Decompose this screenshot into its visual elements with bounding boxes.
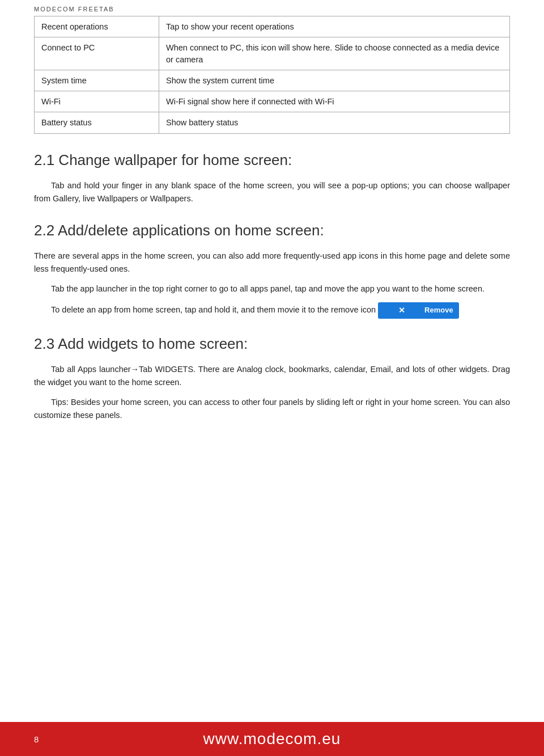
remove-x-icon: ✕ [381, 304, 405, 316]
table-description: Show the system current time [159, 70, 510, 91]
table-description: When connect to PC, this icon will show … [159, 37, 510, 70]
table-term: System time [35, 70, 159, 91]
section-2-3-para-1: Tab all Apps launcher→Tab WIDGETS. There… [34, 363, 510, 389]
section-2-2-para-2: Tab the app launcher in the top right co… [34, 282, 510, 295]
remove-label: Remove [407, 305, 453, 316]
remove-button: ✕ Remove [378, 302, 459, 318]
main-content: Recent operationsTap to show your recent… [0, 16, 544, 722]
section-2-1-heading: 2.1 Change wallpaper for home screen: [34, 151, 510, 170]
table-description: Tap to show your recent operations [159, 16, 510, 37]
table-term: Battery status [35, 112, 159, 133]
table-description: Show battery status [159, 112, 510, 133]
brand-name: MODECOM FREETAB [34, 6, 114, 12]
table-term: Recent operations [35, 16, 159, 37]
section-2-2-para-1: There are several apps in the home scree… [34, 250, 510, 276]
section-2-1-para-1: Tab and hold your finger in any blank sp… [34, 179, 510, 205]
page-footer: 8 www.modecom.eu [0, 722, 544, 756]
info-table: Recent operationsTap to show your recent… [34, 16, 510, 134]
section-2-2-para-3: To delete an app from home screen, tap a… [34, 302, 510, 318]
table-term: Wi-Fi [35, 91, 159, 112]
page-header: MODECOM FREETAB [0, 0, 544, 16]
table-term: Connect to PC [35, 37, 159, 70]
section-2-2-para-3-text: To delete an app from home screen, tap a… [51, 305, 378, 314]
section-2-3-para-2: Tips: Besides your home screen, you can … [34, 396, 510, 422]
section-2-3-heading: 2.3 Add widgets to home screen: [34, 335, 510, 354]
footer-url: www.modecom.eu [203, 730, 341, 748]
footer-inner: 8 www.modecom.eu [0, 722, 544, 756]
page-number: 8 [34, 734, 39, 744]
section-2-2-heading: 2.2 Add/delete applications on home scre… [34, 221, 510, 240]
table-description: Wi-Fi signal show here if connected with… [159, 91, 510, 112]
